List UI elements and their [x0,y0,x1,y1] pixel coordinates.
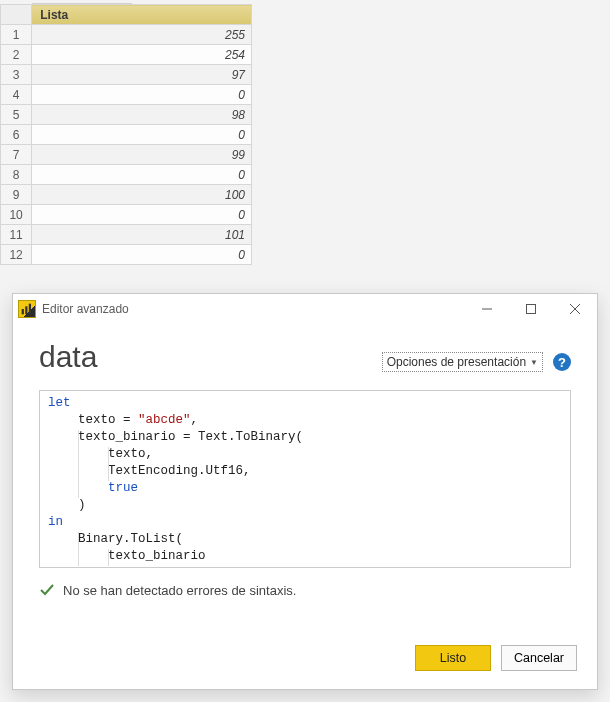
row-number[interactable]: 10 [1,205,32,225]
data-table[interactable]: Lista 1255 2254 397 40 598 60 799 80 910… [0,4,252,265]
cell[interactable]: 0 [32,205,252,225]
powerbi-icon [18,300,36,318]
display-options-dropdown[interactable]: Opciones de presentación ▼ [382,352,543,372]
row-number[interactable]: 12 [1,245,32,265]
chevron-down-icon: ▼ [530,358,538,367]
cell[interactable]: 101 [32,225,252,245]
cell[interactable]: 99 [32,145,252,165]
svg-rect-2 [29,304,31,315]
code-token: texto_binario [48,549,206,563]
result-grid: Lista 1255 2254 397 40 598 60 799 80 910… [0,0,253,265]
code-token: ) [48,566,86,568]
cell[interactable]: 0 [32,125,252,145]
row-number[interactable]: 2 [1,45,32,65]
code-token: , [191,413,199,427]
svg-rect-4 [527,305,536,314]
maximize-button[interactable] [509,294,553,324]
query-name-heading: data [39,342,97,372]
cell[interactable]: 0 [32,245,252,265]
row-number[interactable]: 7 [1,145,32,165]
row-number[interactable]: 4 [1,85,32,105]
minimize-button[interactable] [465,294,509,324]
cell[interactable]: 97 [32,65,252,85]
code-token: texto, [48,447,153,461]
code-token: Binary.ToList( [48,532,183,546]
code-token: ) [48,498,86,512]
cell[interactable]: 0 [32,165,252,185]
cell[interactable]: 100 [32,185,252,205]
code-token: texto = [48,413,138,427]
syntax-status-text: No se han detectado errores de sintaxis. [63,583,296,598]
code-token: texto_binario = Text.ToBinary( [48,430,303,444]
code-token: in [48,515,63,529]
row-number[interactable]: 11 [1,225,32,245]
close-button[interactable] [553,294,597,324]
column-header[interactable]: Lista [32,5,252,25]
ok-button[interactable]: Listo [415,645,491,671]
cell[interactable]: 255 [32,25,252,45]
syntax-status: No se han detectado errores de sintaxis. [39,582,571,598]
row-number[interactable]: 6 [1,125,32,145]
code-editor[interactable]: let texto = "abcde", texto_binario = Tex… [39,390,571,568]
titlebar: Editor avanzado [13,294,597,324]
check-icon [39,582,55,598]
row-number[interactable]: 3 [1,65,32,85]
row-number[interactable]: 8 [1,165,32,185]
code-token: let [48,396,71,410]
advanced-editor-dialog: Editor avanzado data Opciones de present… [12,293,598,690]
cancel-button[interactable]: Cancelar [501,645,577,671]
cell[interactable]: 254 [32,45,252,65]
code-token: true [108,481,138,495]
code-token: "abcde" [138,413,191,427]
svg-rect-0 [22,309,24,314]
dialog-title: Editor avanzado [42,302,465,316]
help-icon[interactable]: ? [553,353,571,371]
row-number[interactable]: 5 [1,105,32,125]
display-options-label: Opciones de presentación [387,355,526,369]
row-number[interactable]: 1 [1,25,32,45]
svg-rect-1 [25,306,27,314]
table-corner [1,5,32,25]
cell[interactable]: 0 [32,85,252,105]
row-number[interactable]: 9 [1,185,32,205]
dialog-footer: Listo Cancelar [13,631,597,689]
cell[interactable]: 98 [32,105,252,125]
